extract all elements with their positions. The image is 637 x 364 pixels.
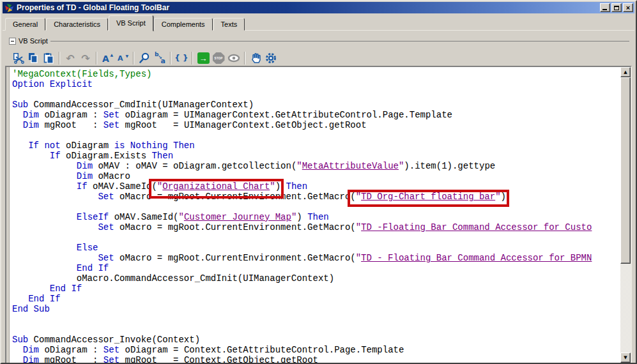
code-line: Dim oDiagram : Set oDiagram = Context.Ge…	[12, 345, 620, 355]
code-line: End If	[12, 263, 620, 273]
code-line: End If	[12, 284, 620, 294]
code-editor: 'MegaContext(Fields,Types)Option Explici…	[5, 66, 632, 364]
groupbox-rule	[50, 41, 629, 42]
tab-bar: General Characteristics VB Script Comple…	[5, 15, 245, 31]
find-button[interactable]	[137, 51, 152, 65]
code-line: oMacro.CommandAccessor_CmdInit(UIManager…	[12, 273, 620, 284]
redo-button[interactable]: ↷	[78, 51, 93, 65]
down-arrow-icon: ▼	[624, 353, 627, 363]
code-line: ElseIf oMAV.SameId("Customer Journey Map…	[12, 212, 620, 222]
gear-icon	[265, 52, 277, 64]
code-line: End If	[12, 294, 620, 304]
window-controls: ×	[600, 3, 633, 12]
minimize-button[interactable]	[600, 3, 610, 12]
code-line	[12, 314, 620, 324]
undo-button[interactable]: ↶	[63, 51, 78, 65]
code-line	[12, 89, 620, 100]
font-increase-button[interactable]: A▲	[100, 51, 115, 65]
toolbar-separator	[192, 52, 193, 64]
toolbar-separator	[170, 52, 171, 64]
code-line: Sub CommandAccessor_CmdInit(UIManagerCon…	[12, 100, 620, 110]
tab-general[interactable]: General	[5, 18, 45, 31]
braces-button[interactable]: { }	[174, 51, 189, 65]
code-line	[12, 130, 620, 140]
maximize-icon	[614, 6, 619, 10]
scroll-up-button[interactable]: ▲	[620, 67, 631, 77]
pan-button[interactable]	[248, 51, 263, 65]
editor-gutter	[6, 67, 10, 363]
stop-icon: STOP	[213, 52, 225, 64]
copy-button[interactable]	[26, 51, 41, 65]
code-line: Dim oDiagram : Set oDiagram = UIManagerC…	[12, 110, 620, 120]
titlebar[interactable]: Properties of TD - Global Floating ToolB…	[3, 2, 634, 13]
code-line	[12, 202, 620, 212]
tab-texts[interactable]: Texts	[213, 18, 245, 31]
code-line	[12, 232, 620, 243]
script-toolbar: ↶ ↷ A▲ A▼ b↘a { } → STOP	[10, 50, 279, 66]
code-line: Dim mgRoot : Set mgRoot = Context.GetObj…	[12, 355, 620, 363]
scroll-down-button[interactable]: ▼	[620, 353, 631, 363]
replace-icon: b↘a	[154, 52, 165, 64]
paste-button[interactable]	[41, 51, 56, 65]
content-panel: VB Script	[3, 30, 634, 364]
paste-icon	[43, 52, 54, 64]
groupbox-header: VB Script	[9, 36, 629, 45]
cut-button[interactable]	[10, 51, 26, 65]
font-decrease-icon: A▼	[117, 52, 128, 64]
up-arrow-icon: ▲	[624, 67, 627, 77]
search-icon	[139, 52, 150, 64]
code-line: Dim oMacro	[12, 171, 620, 181]
vertical-scrollbar[interactable]: ▲ ▼	[620, 67, 631, 363]
code-line: Dim mgRoot : Set mgRoot = UIManagerConte…	[12, 120, 620, 130]
collapse-button[interactable]	[9, 38, 16, 45]
eye-icon	[227, 52, 240, 64]
minus-icon	[11, 41, 14, 42]
redo-icon: ↷	[81, 52, 89, 64]
replace-button[interactable]: b↘a	[152, 51, 167, 65]
code-line: Set oMacro = mgRoot.CurrentEnvironment.G…	[12, 253, 620, 263]
code-line: Option Explicit	[12, 79, 620, 89]
code-line: Dim oMAV : oMAV = oDiagram.getcollection…	[12, 161, 620, 171]
minimize-icon	[602, 9, 607, 10]
tab-characteristics[interactable]: Characteristics	[46, 18, 108, 31]
toolbar-separator	[96, 52, 97, 64]
run-button[interactable]: →	[196, 51, 211, 65]
groupbox-label: VB Script	[19, 37, 48, 45]
properties-dialog: Properties of TD - Global Floating ToolB…	[0, 0, 637, 364]
code-line: Set oMacro = mgRoot.CurrentEnvironment.G…	[12, 222, 620, 232]
maximize-button[interactable]	[611, 3, 622, 12]
code-line: If oMAV.SameId("Organizational Chart") T…	[12, 181, 620, 192]
tab-vb-script[interactable]: VB Script	[109, 15, 153, 31]
toolbar-separator	[244, 52, 245, 64]
code-line: Else	[12, 243, 620, 253]
app-icon	[4, 3, 14, 13]
close-icon: ×	[626, 4, 630, 11]
code-area[interactable]: 'MegaContext(Fields,Types)Option Explici…	[10, 67, 620, 363]
code-line: Set oMacro = mgRoot.CurrentEnvironment.G…	[12, 192, 620, 202]
settings-button[interactable]	[263, 51, 279, 65]
tab-complements[interactable]: Complements	[154, 18, 213, 31]
copy-icon	[27, 52, 39, 64]
run-icon: →	[197, 52, 210, 64]
toolbar-separator	[59, 52, 60, 64]
braces-icon: { }	[174, 54, 188, 63]
code-line: End Sub	[12, 304, 620, 314]
stop-button[interactable]: STOP	[211, 51, 226, 65]
window-title: Properties of TD - Global Floating ToolB…	[17, 3, 600, 12]
scroll-thumb[interactable]	[620, 77, 631, 264]
code-line: 'MegaContext(Fields,Types)	[12, 69, 620, 79]
code-line: If oDiagram.Exists Then	[12, 151, 620, 161]
watch-button[interactable]	[226, 51, 242, 65]
hand-icon	[250, 52, 261, 64]
font-increase-icon: A▲	[102, 52, 113, 64]
toolbar-separator	[133, 52, 134, 64]
cut-icon	[12, 52, 24, 64]
code-line: Sub CommandAccessor_Invoke(Context)	[12, 335, 620, 345]
code-line	[12, 324, 620, 335]
close-button[interactable]: ×	[623, 3, 633, 12]
code-line: If not oDiagram is Nothing Then	[12, 140, 620, 151]
font-decrease-button[interactable]: A▼	[115, 51, 130, 65]
undo-icon: ↶	[66, 52, 74, 64]
